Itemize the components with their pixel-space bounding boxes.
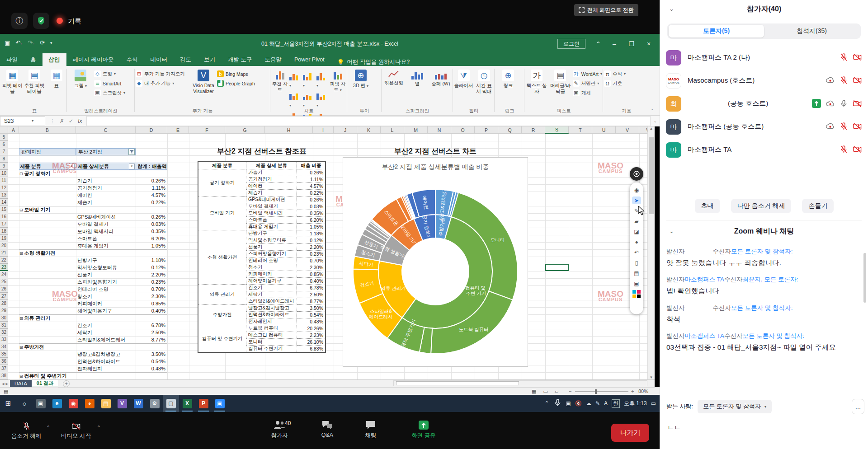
participant-row[interactable]: 마마소캠퍼스 (공동 호스트) [660,116,868,138]
ribbon-button-슬라이서[interactable]: ⧩슬라이서 [454,69,473,89]
ribbon-button-수식[interactable]: π수식▾ [604,70,626,77]
tab-페이지 레이아웃[interactable]: 페이지 레이아웃 [66,53,120,66]
action-center-icon[interactable]: ▭ [651,400,656,407]
ribbon-button-기호[interactable]: Ω기호 [604,80,626,87]
video-chevron-icon[interactable]: ⌃ [97,425,101,430]
vertical-scroll-thumb[interactable] [649,137,654,214]
taskbar-zoom-icon[interactable]: ▣ [212,395,228,412]
ribbon-button-Visio Data Visualizer[interactable]: VVisio Data Visualizer [191,69,216,94]
chat-input-text[interactable]: ㄴㄴ [667,424,681,432]
ribbon-button-SmartArt[interactable]: ≣SmartArt [94,80,125,87]
sunburst-chart[interactable]: 부산2 지점 제품 상세분류별 매출 비중주방가전냉장고&김치냉장고컴퓨터 및 … [343,157,528,367]
row-header-34[interactable]: 34 [0,343,8,351]
leave-button[interactable]: 나가기 [611,424,649,442]
taskbar-excel-icon[interactable]: X [179,395,195,412]
row-header-9[interactable]: 9 [0,163,8,170]
tray-chevron-icon[interactable]: ⌃ [544,400,549,407]
row-header-32[interactable]: 32 [0,329,8,336]
taskbar-security-icon[interactable]: ▣ [33,395,49,412]
taskbar-start-icon[interactable]: ⊞ [0,395,16,412]
eraser-icon[interactable]: ◪ [632,228,641,235]
row-header-12[interactable]: 12 [0,184,8,192]
column-header-T[interactable]: T [569,126,592,134]
ribbon-button-링크[interactable]: ⊕링크 [495,69,521,89]
sheet-nav-icons[interactable]: ◂ ▸ [0,381,10,387]
pivot-group-row[interactable]: ⊟소형 생활가전 [19,249,167,257]
panel-tab-참석자(35)[interactable]: 참석자(35) [764,25,859,37]
row-header-38[interactable]: 38 [0,372,8,379]
zoom-in-icon[interactable]: + [631,388,634,394]
ribbon-button-3D 맵[interactable]: ⊕3D 맵 ▾ [348,69,373,89]
cloud-recording-icon[interactable] [826,100,835,109]
chart-type-icon-2[interactable]: ▾ [316,70,328,89]
chat-scrollbar[interactable] [863,253,866,303]
recipient-selector[interactable]: 모든 토론자 및 참석자 ▾ [698,400,772,413]
ribbon-button-내 추가 기능[interactable]: ◆내 추가 기능▾ [136,80,190,87]
cloud-recording-icon[interactable] [826,76,835,86]
column-header-L[interactable]: L [381,126,404,134]
video-off-icon[interactable] [853,53,862,63]
tray-volume-muted-icon[interactable]: 🔇 [575,400,582,407]
taskbar-app-blue-icon[interactable]: W [130,395,146,412]
video-button[interactable]: 비디오 시작 [53,422,99,440]
row-header-28[interactable]: 28 [0,300,8,307]
ribbon-button-머리글/바닥글[interactable]: ▤머리글/바닥글 [549,69,571,94]
row-header-11[interactable]: 11 [0,177,8,184]
ribbon-button-서명란[interactable]: ✎서명란▾ [573,80,602,87]
palette-color[interactable] [637,290,641,294]
taskbar-powerpoint-icon[interactable]: P [195,395,212,412]
row-header-13[interactable]: 13 [0,192,8,199]
vertical-scrollbar[interactable]: ▲ ▼ [647,126,655,379]
tray-mic-icon[interactable] [553,398,562,408]
new-sheet-button[interactable]: + [63,380,70,387]
zoom-slider[interactable] [575,391,628,392]
qa-button[interactable]: Q&A [309,420,345,438]
chat-button[interactable]: 채팅 [354,420,388,440]
video-off-icon[interactable] [853,76,862,86]
video-off-icon[interactable] [853,122,862,132]
horizontal-scroll-thumb[interactable] [396,381,519,385]
scroll-up-icon[interactable]: ▲ [648,126,655,131]
mic-muted-icon[interactable] [840,76,848,86]
row-header-21[interactable]: 21 [0,249,8,257]
row-header-19[interactable]: 19 [0,235,8,242]
tab-도움말[interactable]: 도움말 [258,53,288,66]
row-header-18[interactable]: 18 [0,228,8,235]
row-header-33[interactable]: 33 [0,336,8,343]
tab-Power Pivot[interactable]: Power Pivot [288,53,331,66]
row-header-8[interactable]: 8 [0,155,8,163]
zoom-level[interactable]: 80% [638,388,648,394]
participant-row[interactable]: MASOCAMPUSMasocampus (호스트) [660,70,868,92]
login-button[interactable]: 로그인 [557,39,585,49]
share-screen-button[interactable]: 화면 공유 [403,420,444,440]
row-header-27[interactable]: 27 [0,293,8,300]
row-header-36[interactable]: 36 [0,358,8,365]
ribbon-display-options-icon[interactable]: ⌃ [591,38,605,50]
collapse-group-icon[interactable]: ⊟ [19,374,23,379]
tab-파일[interactable]: 파일 [0,53,24,66]
taskbar-firefox-icon[interactable]: ◕ [81,395,98,412]
column-header-F[interactable]: F [189,126,225,134]
chart-type-icon-1[interactable]: ▾ [303,70,315,89]
ribbon-button-시간 표시 막대[interactable]: ◷시간 표시 막대 [474,69,494,94]
ribbon-button-피벗 차트[interactable]: 피벗 차트 ▾ [329,69,346,93]
participants-button[interactable]: 참가자40 [261,420,297,440]
palette-color[interactable] [632,295,636,298]
tray-ime-a[interactable]: A [604,400,608,407]
column-header-U[interactable]: U [592,126,616,134]
close-button[interactable]: × [642,38,656,50]
ribbon-button-WordArt[interactable]: 가WordArt▾ [573,70,602,77]
pivot-filter-dropdown-icon[interactable]: ▾ [69,164,75,169]
collapse-group-icon[interactable]: ⊟ [19,345,23,350]
ribbon-button-스크린샷[interactable]: ▣스크린샷▾ [94,89,125,96]
spotlight-icon[interactable]: ● [632,238,641,246]
column-header-B[interactable]: B [19,126,76,134]
annotator-avatar[interactable] [630,167,643,181]
ribbon-collapse-icon[interactable]: ⌃ [651,108,654,113]
row-header-14[interactable]: 14 [0,199,8,206]
row-header-22[interactable]: 22 [0,257,8,264]
ribbon-button-추천 피벗 테이블[interactable]: ▤추천 피벗 테이블 [24,69,45,94]
column-header-G[interactable]: G [225,126,265,134]
column-header-J[interactable]: J [334,126,357,134]
column-header-D[interactable]: D [136,126,167,134]
